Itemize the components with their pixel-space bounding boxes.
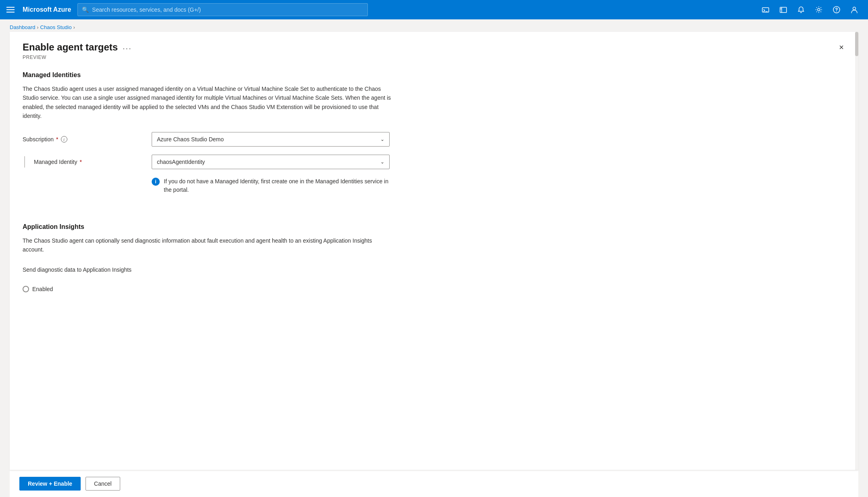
enabled-radio-button[interactable] xyxy=(23,286,29,292)
cancel-button[interactable]: Cancel xyxy=(86,477,120,491)
enabled-radio-label: Enabled xyxy=(32,286,53,292)
notifications-icon[interactable] xyxy=(794,2,808,17)
panel-title-area: Enable agent targets ··· xyxy=(23,42,132,53)
indent-line xyxy=(24,156,25,168)
breadcrumb-sep-1: › xyxy=(37,25,39,30)
brand-logo: Microsoft Azure xyxy=(23,6,71,13)
subscription-dropdown[interactable]: Azure Chaos Studio Demo ⌄ xyxy=(152,132,390,147)
send-diagnostic-label: Send diagnostic data to Application Insi… xyxy=(23,265,394,274)
panel-more-options[interactable]: ··· xyxy=(123,44,132,53)
managed-identity-dropdown-chevron: ⌄ xyxy=(380,159,384,165)
account-icon[interactable] xyxy=(847,2,862,17)
managed-identity-label-area: Managed Identity * xyxy=(23,156,152,168)
managed-identity-row: Managed Identity * chaosAgentIdentity ⌄ xyxy=(23,155,845,169)
info-circle-icon: i xyxy=(152,178,160,186)
search-icon: 🔍 xyxy=(82,6,89,13)
panel-header: Enable agent targets ··· × xyxy=(23,42,845,53)
managed-identity-info-box: i If you do not have a Managed Identity,… xyxy=(152,177,845,194)
scrollbar[interactable] xyxy=(855,32,858,470)
svg-point-5 xyxy=(818,8,820,11)
subscription-label-area: Subscription * i xyxy=(23,136,152,143)
application-insights-section: Application Insights The Chaos Studio ag… xyxy=(23,223,845,292)
indent-connector xyxy=(23,156,31,168)
breadcrumb-chaos-studio[interactable]: Chaos Studio xyxy=(40,24,72,30)
svg-point-8 xyxy=(853,7,856,10)
panel: Enable agent targets ··· × PREVIEW Manag… xyxy=(10,32,858,470)
settings-icon[interactable] xyxy=(812,2,826,17)
enabled-radio-row[interactable]: Enabled xyxy=(23,286,845,292)
managed-identities-section: Managed Identities The Chaos Studio agen… xyxy=(23,71,845,194)
managed-identity-required: * xyxy=(79,159,81,165)
svg-rect-2 xyxy=(780,7,787,13)
review-enable-button[interactable]: Review + Enable xyxy=(19,477,81,491)
subscription-required: * xyxy=(56,136,58,143)
action-bar: Review + Enable Cancel xyxy=(10,470,858,497)
page-title: Enable agent targets xyxy=(23,42,118,53)
cloud-shell-icon[interactable] xyxy=(758,2,773,17)
panel-subtitle: PREVIEW xyxy=(23,55,845,60)
close-button[interactable]: × xyxy=(837,42,845,53)
directory-icon[interactable] xyxy=(776,2,791,17)
scrollbar-thumb xyxy=(855,32,858,56)
breadcrumb-sep-2: › xyxy=(73,25,75,30)
managed-identities-title: Managed Identities xyxy=(23,71,845,79)
search-input[interactable] xyxy=(92,6,363,13)
hamburger-menu[interactable] xyxy=(6,7,16,13)
topbar-icons xyxy=(758,2,862,17)
breadcrumb: Dashboard › Chaos Studio › xyxy=(0,19,868,32)
managed-identity-dropdown[interactable]: chaosAgentIdentity ⌄ xyxy=(152,155,390,169)
topbar: Microsoft Azure 🔍 xyxy=(0,0,868,19)
breadcrumb-dashboard[interactable]: Dashboard xyxy=(10,24,35,30)
application-insights-title: Application Insights xyxy=(23,223,845,231)
main-wrapper: Dashboard › Chaos Studio › Enable agent … xyxy=(0,19,868,497)
subscription-label: Subscription xyxy=(23,136,54,143)
search-bar[interactable]: 🔍 xyxy=(77,3,368,16)
info-text: If you do not have a Managed Identity, f… xyxy=(164,177,390,194)
subscription-row: Subscription * i Azure Chaos Studio Demo… xyxy=(23,132,845,147)
svg-point-7 xyxy=(836,11,837,12)
managed-identity-dropdown-value: chaosAgentIdentity xyxy=(157,159,205,165)
help-icon[interactable] xyxy=(829,2,844,17)
subscription-dropdown-value: Azure Chaos Studio Demo xyxy=(157,136,224,143)
subscription-dropdown-chevron: ⌄ xyxy=(380,136,384,142)
application-insights-desc: The Chaos Studio agent can optionally se… xyxy=(23,236,394,254)
managed-identity-label: Managed Identity xyxy=(34,159,77,165)
subscription-info-icon[interactable]: i xyxy=(61,136,67,143)
managed-identities-desc: The Chaos Studio agent uses a user assig… xyxy=(23,84,394,121)
section-gap xyxy=(23,207,845,223)
